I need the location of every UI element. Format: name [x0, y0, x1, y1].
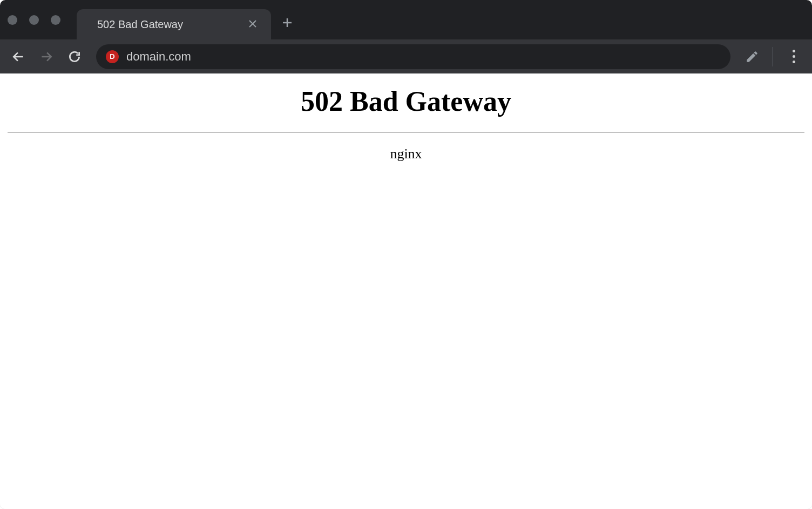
arrow-left-icon	[11, 50, 25, 64]
tab-strip: 502 Bad Gateway	[0, 0, 812, 39]
reload-button[interactable]	[64, 46, 85, 68]
back-button[interactable]	[8, 46, 29, 68]
pencil-icon	[745, 50, 759, 64]
url-text: domain.com	[126, 50, 721, 64]
kebab-menu-icon	[793, 50, 795, 63]
tab-title: 502 Bad Gateway	[97, 18, 244, 31]
browser-window: 502 Bad Gateway D domain.com	[0, 0, 812, 509]
error-heading: 502 Bad Gateway	[8, 85, 804, 117]
toolbar-divider	[773, 47, 773, 66]
address-bar[interactable]: D domain.com	[96, 44, 730, 69]
reload-icon	[67, 50, 82, 64]
favicon-letter: D	[110, 52, 114, 61]
window-controls	[8, 15, 77, 25]
new-tab-button[interactable]	[271, 16, 303, 31]
window-minimize-button[interactable]	[29, 15, 39, 25]
browser-menu-button[interactable]	[783, 46, 804, 68]
forward-button[interactable]	[36, 46, 57, 68]
horizontal-rule	[8, 132, 804, 133]
page-content: 502 Bad Gateway nginx	[0, 73, 812, 509]
edit-url-button[interactable]	[741, 46, 763, 68]
close-tab-button[interactable]	[244, 16, 261, 32]
server-name: nginx	[8, 146, 804, 162]
site-favicon-icon: D	[106, 50, 119, 63]
browser-tab[interactable]: 502 Bad Gateway	[77, 9, 271, 39]
window-maximize-button[interactable]	[51, 15, 60, 25]
browser-toolbar: D domain.com	[0, 39, 812, 73]
arrow-right-icon	[39, 50, 53, 64]
window-close-button[interactable]	[8, 15, 17, 25]
